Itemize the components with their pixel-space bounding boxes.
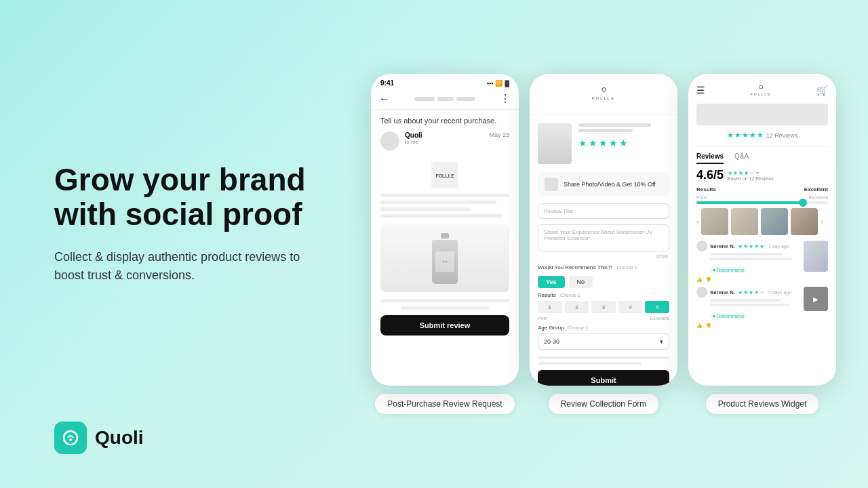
scale-poor-label: Poor (538, 316, 548, 321)
scale-2[interactable]: 2 (565, 301, 589, 313)
brand-logo-p3: ⬡ FOLLLE (746, 81, 776, 100)
recommend-badge-2: ♥ Recommend (710, 313, 747, 319)
review-media-2: ▶ (804, 287, 828, 311)
phone3-wrapper: ☰ ⬡ FOLLLE 🛒 ★ ★ ★ ★ ★ (688, 74, 836, 414)
phone1-from-row: Quoli to me May 23 (371, 129, 519, 156)
review-time-2: 5 days ago (768, 290, 791, 295)
svg-point-0 (64, 431, 77, 445)
phone1-frame: 9:41 ▪▪▪ 🛜 ▓ ← ⋮ Tell us about your rece… (371, 74, 519, 386)
big-score: 4.6/5 (696, 168, 724, 182)
scale-5[interactable]: 5 (645, 301, 669, 313)
recommend-row: Would You Recommend This?* Choose 1 (530, 264, 677, 273)
headline: Grow your brand with social proof (54, 163, 312, 231)
review-photo-2[interactable] (731, 208, 758, 235)
header-line (437, 97, 454, 101)
from-sub: to me (405, 139, 484, 145)
prev-arrow-icon[interactable]: ‹ (696, 218, 698, 226)
results-row: Results Choose 1 (530, 292, 677, 300)
age-select[interactable]: 20-30 ▾ (538, 333, 669, 350)
recommend-yes-button[interactable]: Yes (538, 276, 565, 288)
photos-row: ‹ › (688, 208, 836, 241)
review-photo-3[interactable] (761, 208, 788, 235)
svg-text:FOLLLE: FOLLLE (751, 92, 772, 96)
star-3: ★ (742, 131, 749, 140)
star-2: ★ (734, 131, 741, 140)
review-video-thumb[interactable]: ▶ (804, 287, 828, 311)
cart-icon[interactable]: 🛒 (816, 85, 828, 96)
score-stars: ★ ★ ★ ★ ★ ▾ (728, 170, 828, 176)
star-half: ★ (757, 131, 764, 140)
like-icon-2[interactable]: 👍 (696, 323, 703, 329)
product-image: ✦✦ (380, 224, 509, 292)
scale-3[interactable]: 3 (591, 301, 616, 313)
filter-handle[interactable] (799, 199, 807, 207)
tabs: Reviews Q&A (688, 152, 836, 164)
share-icon (545, 178, 558, 191)
phone2-frame: ⬡ FOLLLE ★ ★ ★ ★ (530, 74, 677, 386)
quoli-logo-icon (54, 422, 87, 454)
phone1-wrapper: 9:41 ▪▪▪ 🛜 ▓ ← ⋮ Tell us about your rece… (371, 74, 519, 414)
text-line (380, 214, 503, 218)
recommend-choose: Choose 1 (617, 265, 637, 270)
star-4: ★ (609, 138, 618, 148)
next-arrow-icon[interactable]: › (821, 218, 823, 226)
header-lines (414, 97, 475, 101)
headline-line2: with social proof (54, 197, 302, 232)
scale-excellent-label: Excellent (650, 316, 669, 321)
header-line (456, 97, 475, 101)
dislike-icon[interactable]: 👎 (705, 277, 711, 283)
filter-bar-fill (696, 201, 802, 204)
score-star: ★ (738, 170, 743, 176)
results-choose: Choose 1 (560, 293, 580, 298)
wifi-icon: 🛜 (495, 80, 502, 87)
hamburger-icon[interactable]: ☰ (696, 85, 705, 96)
dislike-icon-2[interactable]: 👎 (705, 323, 711, 329)
review-title-placeholder: Review Title (544, 208, 573, 214)
review-photo-1[interactable] (701, 208, 728, 235)
share-text: Share Photo/Video & Get 10% Off (564, 181, 656, 188)
score-dropdown[interactable]: ▾ (756, 170, 759, 176)
product-thumbnail (538, 123, 572, 164)
review-text-field[interactable]: Share Your Experience About Waterboost U… (538, 224, 669, 251)
svg-text:⬡: ⬡ (759, 85, 763, 89)
reviewer-avatar-1 (696, 241, 707, 251)
product-info: ★ ★ ★ ★ ★ (578, 123, 669, 148)
star-1: ★ (578, 138, 587, 148)
like-icon[interactable]: 👍 (696, 277, 703, 283)
more-options-icon[interactable]: ⋮ (500, 92, 511, 105)
headline-line1: Grow your brand (54, 162, 306, 197)
phone3-frame: ☰ ⬡ FOLLLE 🛒 ★ ★ ★ ★ ★ (688, 74, 836, 386)
scale-4[interactable]: 4 (618, 301, 643, 313)
share-banner[interactable]: Share Photo/Video & Get 10% Off (538, 172, 669, 197)
star-1: ★ (727, 131, 734, 140)
scale-1[interactable]: 1 (538, 301, 562, 313)
recommend-no-button[interactable]: No (569, 276, 593, 288)
phone3-topbar: ☰ ⬡ FOLLLE 🛒 (688, 74, 836, 104)
brand-logo: FOLLLE (431, 161, 458, 188)
star-rating[interactable]: ★ ★ ★ ★ ★ (578, 138, 669, 148)
reviewer-row-1: Serene N. ★ ★ ★ ★ ★ 1 day ago (696, 241, 801, 251)
submit-review-button[interactable]: Submit review (380, 315, 509, 336)
submit-button[interactable]: Submit (538, 370, 669, 386)
email-body-lines (371, 194, 519, 218)
review-photo-4[interactable] (791, 208, 818, 235)
review-actions-2: 👍 👎 (696, 323, 804, 329)
product-banner (696, 104, 828, 125)
review-media-1 (801, 241, 828, 272)
filter-label: Results (696, 186, 716, 192)
results-label: Results (538, 292, 556, 298)
review-thumb-1[interactable] (804, 241, 828, 272)
divider (696, 146, 828, 147)
reviewer-avatar-2 (696, 287, 707, 298)
review-title-field[interactable]: Review Title (538, 203, 669, 219)
review-text-1 (710, 253, 801, 260)
reviewer-name-2: Serene N. (710, 289, 735, 296)
form-line (538, 357, 669, 359)
back-arrow-icon[interactable]: ← (379, 93, 390, 105)
brand-logo-area: FOLLLE (371, 156, 519, 194)
tab-qa[interactable]: Q&A (734, 152, 749, 164)
phone1-time: 9:41 (380, 79, 394, 87)
score-star: ★ (733, 170, 738, 176)
tab-reviews[interactable]: Reviews (696, 152, 724, 164)
stars-row: ★ ★ ★ ★ ★ (727, 131, 764, 140)
